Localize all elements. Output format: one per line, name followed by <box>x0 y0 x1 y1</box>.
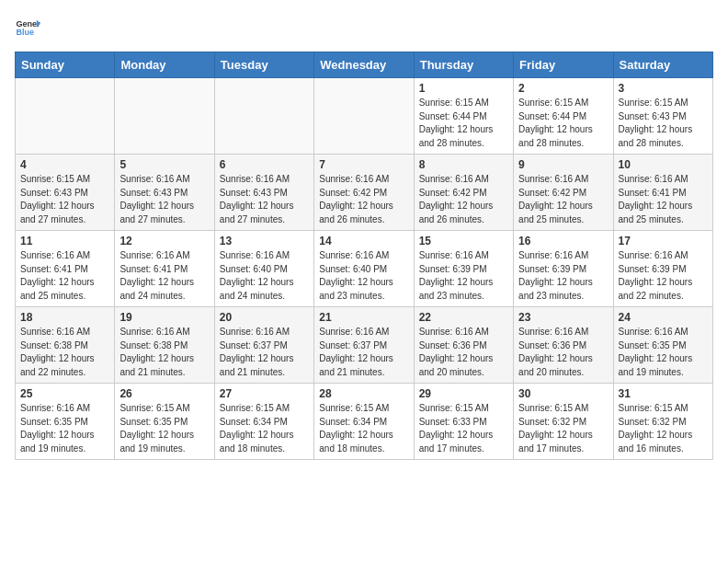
day-info: Sunrise: 6:16 AM Sunset: 6:35 PM Dayligh… <box>20 402 109 455</box>
day-info: Sunrise: 6:16 AM Sunset: 6:35 PM Dayligh… <box>619 326 708 379</box>
day-number: 15 <box>419 235 508 247</box>
calendar-cell: 2Sunrise: 6:15 AM Sunset: 6:44 PM Daylig… <box>514 78 613 155</box>
calendar-cell: 23Sunrise: 6:16 AM Sunset: 6:36 PM Dayli… <box>514 307 613 384</box>
calendar-cell: 13Sunrise: 6:16 AM Sunset: 6:40 PM Dayli… <box>214 231 313 307</box>
day-number: 27 <box>220 387 309 400</box>
calendar-cell: 18Sunrise: 6:16 AM Sunset: 6:38 PM Dayli… <box>16 307 115 384</box>
calendar-table: SundayMondayTuesdayWednesdayThursdayFrid… <box>15 52 713 460</box>
day-info: Sunrise: 6:15 AM Sunset: 6:32 PM Dayligh… <box>619 402 708 455</box>
weekday-header: Wednesday <box>314 52 414 78</box>
day-number: 5 <box>119 158 209 171</box>
day-info: Sunrise: 6:16 AM Sunset: 6:40 PM Dayligh… <box>220 249 309 303</box>
calendar-cell: 1Sunrise: 6:15 AM Sunset: 6:44 PM Daylig… <box>414 78 513 155</box>
day-info: Sunrise: 6:16 AM Sunset: 6:41 PM Dayligh… <box>20 249 109 303</box>
calendar-cell: 3Sunrise: 6:15 AM Sunset: 6:43 PM Daylig… <box>613 78 712 155</box>
day-number: 12 <box>119 235 209 247</box>
day-number: 29 <box>419 387 508 400</box>
day-info: Sunrise: 6:16 AM Sunset: 6:40 PM Dayligh… <box>319 249 408 303</box>
day-number: 22 <box>419 311 508 324</box>
day-number: 7 <box>319 158 408 171</box>
day-number: 2 <box>518 82 608 95</box>
day-number: 9 <box>518 158 608 171</box>
day-info: Sunrise: 6:16 AM Sunset: 6:41 PM Dayligh… <box>619 173 708 226</box>
day-info: Sunrise: 6:16 AM Sunset: 6:38 PM Dayligh… <box>20 326 109 379</box>
day-number: 4 <box>20 158 109 171</box>
day-info: Sunrise: 6:16 AM Sunset: 6:42 PM Dayligh… <box>419 173 508 226</box>
day-info: Sunrise: 6:16 AM Sunset: 6:43 PM Dayligh… <box>119 173 209 226</box>
day-number: 21 <box>319 311 408 324</box>
day-info: Sunrise: 6:16 AM Sunset: 6:38 PM Dayligh… <box>119 326 209 379</box>
day-number: 18 <box>20 311 109 324</box>
day-number: 23 <box>518 311 608 324</box>
calendar-cell: 10Sunrise: 6:16 AM Sunset: 6:41 PM Dayli… <box>613 155 712 231</box>
day-number: 25 <box>20 387 109 400</box>
calendar-cell <box>314 78 414 155</box>
day-number: 20 <box>220 311 309 324</box>
day-info: Sunrise: 6:16 AM Sunset: 6:39 PM Dayligh… <box>518 249 608 303</box>
calendar-cell: 12Sunrise: 6:16 AM Sunset: 6:41 PM Dayli… <box>115 231 214 307</box>
day-info: Sunrise: 6:16 AM Sunset: 6:42 PM Dayligh… <box>518 173 608 226</box>
calendar-cell: 30Sunrise: 6:15 AM Sunset: 6:32 PM Dayli… <box>514 384 613 460</box>
calendar-cell: 31Sunrise: 6:15 AM Sunset: 6:32 PM Dayli… <box>613 384 712 460</box>
day-number: 1 <box>419 82 508 95</box>
calendar-cell <box>214 78 313 155</box>
day-info: Sunrise: 6:16 AM Sunset: 6:39 PM Dayligh… <box>419 249 508 303</box>
weekday-header: Monday <box>115 52 214 78</box>
calendar-cell: 29Sunrise: 6:15 AM Sunset: 6:33 PM Dayli… <box>414 384 513 460</box>
weekday-header: Tuesday <box>214 52 313 78</box>
day-info: Sunrise: 6:16 AM Sunset: 6:43 PM Dayligh… <box>220 173 309 226</box>
calendar-cell: 21Sunrise: 6:16 AM Sunset: 6:37 PM Dayli… <box>314 307 414 384</box>
weekday-header: Thursday <box>414 52 513 78</box>
weekday-header: Saturday <box>613 52 712 78</box>
logo: General Blue <box>15 15 44 40</box>
calendar-week: 25Sunrise: 6:16 AM Sunset: 6:35 PM Dayli… <box>16 384 713 460</box>
calendar-cell: 15Sunrise: 6:16 AM Sunset: 6:39 PM Dayli… <box>414 231 513 307</box>
weekday-header: Friday <box>514 52 613 78</box>
page-header: General Blue <box>15 15 713 40</box>
calendar-cell: 17Sunrise: 6:16 AM Sunset: 6:39 PM Dayli… <box>613 231 712 307</box>
calendar-cell: 11Sunrise: 6:16 AM Sunset: 6:41 PM Dayli… <box>16 231 115 307</box>
day-info: Sunrise: 6:15 AM Sunset: 6:43 PM Dayligh… <box>619 97 708 150</box>
calendar-cell: 20Sunrise: 6:16 AM Sunset: 6:37 PM Dayli… <box>214 307 313 384</box>
calendar-cell: 16Sunrise: 6:16 AM Sunset: 6:39 PM Dayli… <box>514 231 613 307</box>
day-info: Sunrise: 6:16 AM Sunset: 6:36 PM Dayligh… <box>419 326 508 379</box>
calendar-cell: 4Sunrise: 6:15 AM Sunset: 6:43 PM Daylig… <box>16 155 115 231</box>
day-info: Sunrise: 6:15 AM Sunset: 6:32 PM Dayligh… <box>518 402 608 455</box>
day-number: 24 <box>619 311 708 324</box>
calendar-cell <box>115 78 214 155</box>
calendar-cell: 5Sunrise: 6:16 AM Sunset: 6:43 PM Daylig… <box>115 155 214 231</box>
calendar-cell: 28Sunrise: 6:15 AM Sunset: 6:34 PM Dayli… <box>314 384 414 460</box>
day-number: 28 <box>319 387 408 400</box>
calendar-header: SundayMondayTuesdayWednesdayThursdayFrid… <box>16 52 713 78</box>
day-number: 11 <box>20 235 109 247</box>
day-info: Sunrise: 6:15 AM Sunset: 6:44 PM Dayligh… <box>518 97 608 150</box>
day-number: 30 <box>518 387 608 400</box>
day-number: 14 <box>319 235 408 247</box>
day-number: 17 <box>619 235 708 247</box>
svg-text:Blue: Blue <box>16 28 34 37</box>
day-info: Sunrise: 6:15 AM Sunset: 6:44 PM Dayligh… <box>419 97 508 150</box>
day-info: Sunrise: 6:16 AM Sunset: 6:36 PM Dayligh… <box>518 326 608 379</box>
day-info: Sunrise: 6:15 AM Sunset: 6:43 PM Dayligh… <box>20 173 109 226</box>
calendar-week: 1Sunrise: 6:15 AM Sunset: 6:44 PM Daylig… <box>16 78 713 155</box>
day-number: 26 <box>119 387 209 400</box>
day-info: Sunrise: 6:16 AM Sunset: 6:39 PM Dayligh… <box>619 249 708 303</box>
calendar-cell: 8Sunrise: 6:16 AM Sunset: 6:42 PM Daylig… <box>414 155 513 231</box>
calendar-cell: 22Sunrise: 6:16 AM Sunset: 6:36 PM Dayli… <box>414 307 513 384</box>
calendar-cell: 26Sunrise: 6:15 AM Sunset: 6:35 PM Dayli… <box>115 384 214 460</box>
day-info: Sunrise: 6:15 AM Sunset: 6:33 PM Dayligh… <box>419 402 508 455</box>
day-number: 19 <box>119 311 209 324</box>
calendar-week: 11Sunrise: 6:16 AM Sunset: 6:41 PM Dayli… <box>16 231 713 307</box>
calendar-cell: 24Sunrise: 6:16 AM Sunset: 6:35 PM Dayli… <box>613 307 712 384</box>
calendar-cell: 6Sunrise: 6:16 AM Sunset: 6:43 PM Daylig… <box>214 155 313 231</box>
calendar-cell: 27Sunrise: 6:15 AM Sunset: 6:34 PM Dayli… <box>214 384 313 460</box>
calendar-cell: 14Sunrise: 6:16 AM Sunset: 6:40 PM Dayli… <box>314 231 414 307</box>
calendar-cell: 9Sunrise: 6:16 AM Sunset: 6:42 PM Daylig… <box>514 155 613 231</box>
day-info: Sunrise: 6:16 AM Sunset: 6:42 PM Dayligh… <box>319 173 408 226</box>
day-number: 13 <box>220 235 309 247</box>
calendar-cell: 7Sunrise: 6:16 AM Sunset: 6:42 PM Daylig… <box>314 155 414 231</box>
weekday-header: Sunday <box>16 52 115 78</box>
calendar-week: 18Sunrise: 6:16 AM Sunset: 6:38 PM Dayli… <box>16 307 713 384</box>
day-info: Sunrise: 6:16 AM Sunset: 6:37 PM Dayligh… <box>220 326 309 379</box>
day-number: 6 <box>220 158 309 171</box>
